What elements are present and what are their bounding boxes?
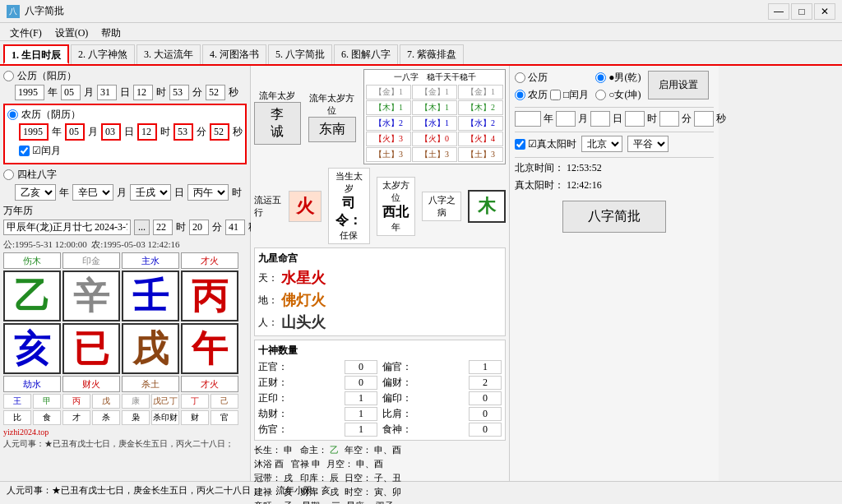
right-day-input[interactable] — [590, 111, 610, 127]
xingzuo-n: 星座： — [346, 500, 373, 504]
yi-r1c2: 【金】1 — [412, 85, 457, 99]
lunar-hour-input[interactable] — [137, 123, 157, 141]
tab-shenshe[interactable]: 2. 八字神煞 — [71, 44, 135, 64]
yi-r2c1: 【木】1 — [366, 100, 411, 115]
wannianli-min[interactable] — [189, 220, 209, 235]
lunar-sec-input[interactable] — [210, 123, 229, 141]
nan-radio[interactable] — [595, 72, 606, 83]
solar-sec-input[interactable] — [206, 85, 225, 100]
liunian-label: 流年太岁 — [254, 90, 301, 102]
right-year-input[interactable] — [515, 111, 541, 127]
dr-4: 杀 — [92, 410, 120, 425]
yi-r5c1: 【土】3 — [366, 147, 411, 162]
ss-n4: 偏财： — [382, 376, 464, 390]
taisui-pos-btn[interactable]: 东南 — [308, 117, 356, 142]
wannianli-btn[interactable]: ... — [134, 220, 150, 235]
nv-radio-label[interactable]: ○女(坤) — [595, 88, 641, 102]
ss-n5: 正印： — [258, 391, 340, 405]
year-ganzhi-select[interactable]: 乙亥 — [15, 184, 56, 201]
lunar-min-input[interactable] — [173, 123, 193, 141]
tab-hetu[interactable]: 4. 河图洛书 — [202, 44, 266, 64]
tab-ziwei[interactable]: 7. 紫薇排盘 — [400, 44, 464, 64]
city-select[interactable]: 北京 — [581, 136, 622, 152]
lunar-radio[interactable] — [7, 109, 18, 120]
renbao-val: 司令： — [334, 195, 364, 229]
mingzhu-n: 命主： — [300, 444, 327, 456]
runyue-checkbox[interactable]: ☑闰月 — [19, 144, 61, 158]
ss-n3: 正财： — [258, 376, 340, 390]
watermark: yizhi2024.top — [3, 428, 247, 437]
wannianli-hour[interactable] — [153, 220, 173, 235]
app-icon: 八 — [7, 5, 20, 18]
dr-6: 杀印财 — [151, 410, 179, 425]
solar-month-input[interactable] — [61, 85, 81, 100]
menu-settings[interactable]: 设置(O) — [49, 25, 95, 39]
right-min-input[interactable] — [659, 111, 679, 127]
guandai-n: 冠带： — [254, 472, 281, 484]
gongli-radio[interactable] — [515, 72, 525, 83]
solar-hour-input[interactable] — [133, 85, 153, 100]
bazi-jipi-button[interactable]: 八字简批 — [562, 201, 666, 233]
lunar-year-input[interactable] — [19, 123, 49, 141]
solar-label: 公历（阳历） — [17, 69, 76, 83]
shishen-2: 印金 — [62, 252, 120, 269]
wannianli-input[interactable] — [3, 220, 131, 235]
tab-birthday[interactable]: 1. 生日时辰 — [3, 44, 69, 64]
right-hour-input[interactable] — [625, 111, 645, 127]
tab-bazi[interactable]: 5. 八字简批 — [268, 44, 332, 64]
wood-big: 木 — [468, 190, 506, 223]
solar-radio[interactable] — [3, 71, 14, 81]
day-ganzhi-select[interactable]: 壬戌 — [130, 184, 171, 201]
close-button[interactable]: ✕ — [814, 3, 835, 20]
month-ganzhi-select[interactable]: 辛巳 — [72, 184, 113, 201]
ren-label: 人： — [258, 316, 278, 330]
dr-8: 官 — [210, 410, 238, 425]
solar-day-input[interactable] — [97, 85, 117, 100]
yi-r5c3: 【土】3 — [458, 147, 503, 162]
yi-r5c2: 【土】3 — [412, 147, 457, 162]
solar-year-input[interactable] — [15, 85, 44, 100]
yi-r1c3: 【金】1 — [458, 85, 503, 99]
sub-ss-2: 财火 — [62, 376, 120, 392]
lunar-month-input[interactable] — [65, 123, 85, 141]
nongli-radio-label[interactable]: 农历 □闰月 — [515, 88, 589, 102]
ss-v9: 1 — [345, 423, 377, 437]
lunar-day-input[interactable] — [101, 123, 121, 141]
menu-file[interactable]: 文件(F) — [3, 25, 49, 39]
menu-help[interactable]: 帮助 — [95, 25, 127, 39]
apply-settings-btn[interactable]: 启用设置 — [648, 71, 709, 99]
dr-7: 财 — [181, 410, 209, 425]
taisui-pos-label: 流年太岁方位 — [306, 92, 359, 117]
zhentaiyang-checkbox[interactable] — [515, 139, 525, 150]
right-month-input[interactable] — [556, 111, 576, 127]
shikong-v: 寅、卯 — [374, 486, 401, 498]
dd-3: 丙 — [62, 394, 90, 409]
wannianli-sec[interactable] — [225, 220, 245, 235]
tab-tujie[interactable]: 6. 图解八字 — [334, 44, 398, 64]
sizhu-radio[interactable] — [3, 169, 14, 180]
dr-1: 比 — [3, 410, 31, 425]
nongli-radio[interactable] — [515, 90, 525, 100]
zhentaiyang-label[interactable]: ☑真太阳时 — [515, 137, 576, 151]
yixian-title: 一八字稳千天干稳千 — [366, 72, 503, 83]
dd-2: 甲 — [33, 394, 61, 409]
gongli-radio-label[interactable]: 公历 — [515, 71, 589, 85]
yi-r4c3: 【火】4 — [458, 132, 503, 146]
maximize-button[interactable]: □ — [791, 3, 812, 20]
tab-dayun[interactable]: 3. 大运流年 — [136, 44, 201, 64]
jiuxing-title: 九星命宫 — [258, 252, 502, 266]
solar-min-input[interactable] — [169, 85, 189, 100]
ss-n1: 正官： — [258, 360, 340, 374]
di-val: 佛灯火 — [281, 290, 326, 310]
nan-radio-label[interactable]: ●男(乾) — [595, 71, 641, 85]
bazi-bing-box: 八字之病 — [422, 192, 461, 221]
minimize-button[interactable]: — — [768, 3, 789, 20]
sub-ss-1: 劫水 — [3, 376, 61, 392]
district-select[interactable]: 平谷 — [627, 136, 669, 152]
nv-radio[interactable] — [595, 90, 606, 100]
dz-1: 亥 — [3, 323, 61, 374]
taisui-name-btn[interactable]: 李诚 — [254, 102, 301, 145]
runyue2-checkbox[interactable] — [550, 90, 561, 100]
hour-ganzhi-select[interactable]: 丙午 — [187, 184, 229, 201]
right-sec-input[interactable] — [694, 111, 714, 127]
